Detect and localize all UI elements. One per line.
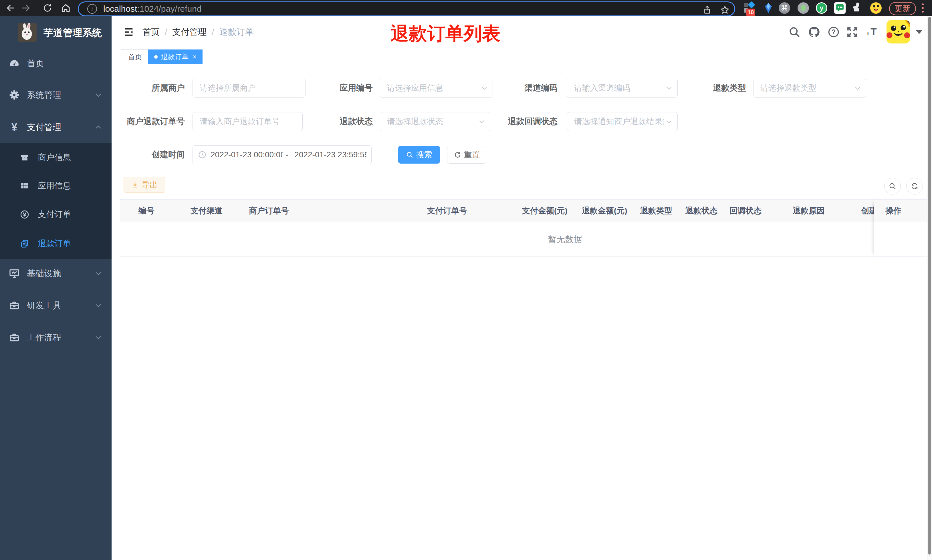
- app-select[interactable]: 请选择应用信息: [380, 78, 493, 97]
- sidebar-item-refund-order[interactable]: 退款订单: [0, 229, 112, 258]
- refund-doc-icon: [19, 238, 30, 249]
- sidebar-item-label: 研发工具: [27, 300, 61, 311]
- scrollbar-thumb[interactable]: [928, 17, 931, 555]
- filter-app-label: 应用编号: [330, 82, 373, 94]
- sidebar-item-merchant-info[interactable]: 商户信息: [0, 143, 112, 172]
- avatar-caret-icon[interactable]: [916, 30, 922, 34]
- tag-close-icon[interactable]: ×: [192, 54, 197, 60]
- dashboard-icon: [8, 57, 21, 70]
- refund-type-select[interactable]: 请选择退款类型: [753, 78, 866, 97]
- sidebar-logo-row[interactable]: 芋道管理系统: [0, 21, 112, 45]
- fixed-action-column: 操作: [874, 199, 927, 257]
- browser-back-icon[interactable]: [6, 3, 16, 13]
- table-refresh-button[interactable]: [906, 178, 923, 194]
- sidebar-item-home[interactable]: 首页: [0, 49, 112, 78]
- empty-data-text: 暂无数据: [548, 234, 582, 245]
- page-scrollbar[interactable]: [927, 16, 932, 560]
- extension-y-icon[interactable]: y: [816, 2, 827, 14]
- gear-icon: [8, 89, 21, 101]
- sidebar-fold-icon[interactable]: [123, 26, 134, 38]
- filter-refund-status: 退款状态 请选择退款状态: [330, 112, 490, 131]
- refund-type-select-placeholder: 请选择退款类型: [760, 83, 852, 94]
- browser-reload-icon[interactable]: [42, 3, 52, 13]
- extension-emoji-icon[interactable]: [870, 2, 882, 14]
- filter-create-time: 创建时间 2022-01-23 00:00:00 - 2022-01-23 23…: [120, 145, 372, 164]
- user-avatar[interactable]: [886, 20, 910, 43]
- extension-chat-icon[interactable]: [834, 2, 846, 14]
- url-path: :1024/pay/refund: [137, 4, 201, 14]
- column-header-id: 编号: [138, 200, 154, 222]
- sidebar-item-system[interactable]: 系统管理: [0, 80, 112, 110]
- url-text[interactable]: localhost:1024/pay/refund: [103, 4, 201, 14]
- table-body: 暂无数据: [120, 222, 927, 257]
- reset-button[interactable]: 重置: [447, 146, 486, 164]
- sidebar-item-label: 系统管理: [27, 89, 61, 101]
- breadcrumb-pay[interactable]: 支付管理: [172, 26, 206, 38]
- search-icon: [406, 151, 414, 158]
- column-header-refund-status: 退款状态: [685, 200, 717, 222]
- tag-label: 首页: [128, 52, 142, 62]
- extension-dot-icon[interactable]: [798, 2, 809, 14]
- merchant-refund-no-input[interactable]: [192, 112, 303, 131]
- date-separator: -: [286, 150, 288, 159]
- notify-status-select[interactable]: 请选择通知商户退款结果的: [567, 112, 678, 131]
- bookmark-star-icon[interactable]: [720, 5, 730, 15]
- monitor-icon: [8, 267, 21, 280]
- extension-grid-icon[interactable]: 10: [743, 2, 755, 14]
- coin-yen-icon: [19, 209, 30, 220]
- browser-home-icon[interactable]: [61, 3, 71, 13]
- sidebar-item-infra[interactable]: 基础设施: [0, 258, 112, 288]
- svg-text:T: T: [870, 26, 877, 37]
- refund-table: 编号 支付渠道 商户订单号 支付订单号 支付金额(元) 退款金额(元) 退款类型…: [120, 199, 927, 257]
- table-search-toggle-button[interactable]: [884, 178, 901, 194]
- active-tag-dot: [154, 55, 158, 58]
- column-header-pay-order-no: 支付订单号: [427, 200, 467, 222]
- sidebar-item-app-info[interactable]: 应用信息: [0, 172, 112, 200]
- extension-cmd-icon[interactable]: ⌘: [779, 2, 790, 14]
- help-icon[interactable]: ?: [827, 26, 840, 38]
- sidebar-item-pay-order[interactable]: 支付订单: [0, 200, 112, 229]
- address-bar[interactable]: i localhost:1024/pay/refund: [78, 2, 735, 16]
- date-range-picker[interactable]: 2022-01-23 00:00:00 - 2022-01-23 23:59:5…: [192, 145, 372, 164]
- extension-gem-icon[interactable]: [763, 2, 774, 14]
- share-icon[interactable]: [702, 5, 712, 15]
- app-select-placeholder: 请选择应用信息: [387, 83, 479, 94]
- sidebar-item-dev-tools[interactable]: 研发工具: [0, 291, 112, 320]
- filter-refund-type-label: 退款类型: [703, 82, 746, 94]
- extensions-puzzle-icon[interactable]: [852, 2, 863, 14]
- github-icon[interactable]: [808, 26, 820, 38]
- yen-icon: ¥: [8, 121, 21, 134]
- breadcrumb-home[interactable]: 首页: [143, 26, 160, 38]
- chevron-down-icon: [478, 118, 486, 125]
- sidebar: 芋道管理系统 首页 系统管理 ¥ 支付管理: [0, 16, 112, 560]
- date-start-value: 2022-01-23 00:00:00: [211, 150, 283, 159]
- browser-forward-icon[interactable]: [21, 3, 31, 13]
- tags-view-bar: 首页 退款订单 ×: [112, 48, 932, 66]
- chevron-down-icon: [854, 85, 861, 92]
- browser-update-button[interactable]: 更新: [889, 2, 916, 15]
- merchant-input[interactable]: [192, 78, 306, 97]
- column-header-create-time: 创建时间: [861, 200, 874, 222]
- filter-refund-type: 退款类型 请选择退款类型: [703, 78, 866, 97]
- channel-select[interactable]: 请输入渠道编码: [567, 78, 678, 97]
- table-header-row: 编号 支付渠道 商户订单号 支付订单号 支付金额(元) 退款金额(元) 退款类型…: [120, 199, 927, 222]
- header-search-icon[interactable]: [788, 26, 801, 38]
- sidebar-item-label: 应用信息: [38, 180, 71, 192]
- page-info-icon[interactable]: i: [87, 4, 97, 14]
- export-button[interactable]: 导出: [124, 177, 165, 193]
- sidebar-item-workflow[interactable]: 工作流程: [0, 323, 112, 352]
- filter-refund-status-label: 退款状态: [330, 116, 373, 127]
- tag-refund-order[interactable]: 退款订单 ×: [148, 49, 203, 65]
- fullscreen-icon[interactable]: [846, 26, 858, 38]
- sidebar-item-pay[interactable]: ¥ 支付管理: [0, 112, 112, 142]
- column-header-refund-reason: 退款原因: [793, 200, 825, 222]
- search-button[interactable]: 搜索: [398, 146, 440, 164]
- update-label: 更新: [895, 3, 910, 14]
- browser-menu-icon[interactable]: [922, 3, 924, 12]
- tag-home[interactable]: 首页: [121, 49, 149, 65]
- refund-status-select[interactable]: 请选择退款状态: [380, 112, 490, 131]
- sidebar-item-label: 退款订单: [38, 238, 71, 249]
- font-size-icon[interactable]: тT: [865, 26, 878, 38]
- y-glyph: y: [820, 4, 823, 12]
- cmd-glyph: ⌘: [781, 4, 788, 12]
